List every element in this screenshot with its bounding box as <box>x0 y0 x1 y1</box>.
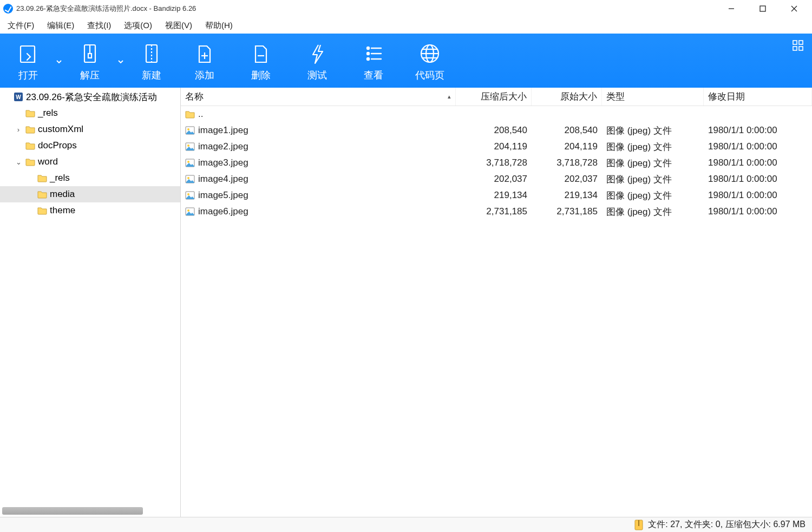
image-file-icon <box>185 158 195 168</box>
tree-root-label: 23.09.26-紧急安全疏散演练活动 <box>26 91 157 103</box>
menu-find[interactable]: 查找(I) <box>82 18 116 33</box>
view-button[interactable]: 查看 <box>345 42 402 82</box>
svg-point-15 <box>367 52 369 55</box>
expander-icon[interactable]: › <box>14 126 23 134</box>
file-original-size: 2,731,185 <box>532 206 602 217</box>
view-label: 查看 <box>364 69 383 82</box>
file-date: 1980/1/1 0:00:00 <box>704 206 812 217</box>
delete-button[interactable]: 删除 <box>233 42 289 82</box>
maximize-button[interactable] <box>747 0 778 17</box>
open-icon <box>16 42 40 65</box>
test-icon <box>305 42 329 65</box>
file-packed-size: 204,119 <box>456 141 532 152</box>
folder-tree[interactable]: · W 23.09.26-紧急安全疏散演练活动 ·_rels›customXml… <box>0 88 181 517</box>
titlebar[interactable]: 23.09.26-紧急安全疏散演练活动照片.docx - Bandizip 6.… <box>0 0 812 17</box>
file-original-size: 219,134 <box>532 190 602 201</box>
open-dropdown[interactable] <box>53 58 65 65</box>
tree-item-_rels[interactable]: ·_rels <box>0 170 180 186</box>
app-icon <box>3 4 13 14</box>
image-file-icon <box>185 191 195 200</box>
docx-icon: W <box>13 91 24 102</box>
add-label: 添加 <box>195 69 214 82</box>
tree-item-media[interactable]: ·media <box>0 186 180 202</box>
tree-item-docProps[interactable]: ·docProps <box>0 137 180 154</box>
svg-point-31 <box>187 128 189 130</box>
extract-dropdown[interactable] <box>115 58 127 65</box>
image-file-icon <box>185 207 195 216</box>
file-row[interactable]: image6.jpeg2,731,1852,731,185图像 (jpeg) 文… <box>181 203 812 220</box>
col-date[interactable]: 修改日期 <box>704 88 812 106</box>
svg-point-17 <box>367 58 369 60</box>
delete-icon <box>249 42 273 65</box>
extract-button[interactable]: 解压 <box>65 42 115 82</box>
col-name-label: 名称 <box>185 90 204 103</box>
file-type: 图像 (jpeg) 文件 <box>602 206 704 218</box>
file-packed-size: 3,718,728 <box>456 157 532 168</box>
file-packed-size: 219,134 <box>456 190 532 201</box>
add-button[interactable]: 添加 <box>176 42 233 82</box>
file-packed-size: 202,037 <box>456 174 532 185</box>
close-button[interactable] <box>778 0 810 17</box>
expander-placeholder: · <box>14 142 23 150</box>
col-orig-label: 原始大小 <box>560 90 597 103</box>
layout-button[interactable] <box>787 36 809 88</box>
test-button[interactable]: 测试 <box>289 42 345 82</box>
minimize-button[interactable] <box>716 0 747 17</box>
open-button[interactable]: 打开 <box>3 42 53 82</box>
file-date: 1980/1/1 0:00:00 <box>704 141 812 152</box>
tree-item-word[interactable]: ⌄word <box>0 154 180 170</box>
codepage-button[interactable]: 代码页 <box>402 42 458 82</box>
expander-placeholder: · <box>26 191 35 199</box>
tree-item-_rels[interactable]: ·_rels <box>0 105 180 121</box>
new-label: 新建 <box>142 69 161 82</box>
file-date: 1980/1/1 0:00:00 <box>704 190 812 201</box>
svg-rect-25 <box>799 41 803 44</box>
col-type[interactable]: 类型 <box>602 88 704 106</box>
sidebar-scrollbar[interactable] <box>2 507 143 515</box>
file-original-size: 208,540 <box>532 125 602 136</box>
menu-options[interactable]: 选项(O) <box>119 18 158 33</box>
col-name[interactable]: 名称▴ <box>181 88 456 106</box>
toolbar: 打开 解压 新建 添加 删除 测试 查看 代码页 <box>0 34 812 88</box>
tree-item-label: theme <box>50 205 75 216</box>
menu-help[interactable]: 帮助(H) <box>200 18 238 33</box>
folder-icon <box>37 173 48 183</box>
folder-icon <box>185 109 195 119</box>
svg-rect-27 <box>799 47 803 50</box>
file-row[interactable]: image1.jpeg208,540208,540图像 (jpeg) 文件198… <box>181 122 812 139</box>
status-text: 文件: 27, 文件夹: 0, 压缩包大小: 6.97 MB <box>648 519 806 530</box>
file-row[interactable]: image4.jpeg202,037202,037图像 (jpeg) 文件198… <box>181 171 812 187</box>
col-packed[interactable]: 压缩后大小 <box>456 88 532 106</box>
col-orig[interactable]: 原始大小 <box>532 88 602 106</box>
svg-point-39 <box>187 193 189 195</box>
file-type: 图像 (jpeg) 文件 <box>602 173 704 186</box>
statusbar: 文件: 27, 文件夹: 0, 压缩包大小: 6.97 MB <box>0 517 812 532</box>
file-row[interactable]: image3.jpeg3,718,7283,718,728图像 (jpeg) 文… <box>181 155 812 171</box>
menu-view[interactable]: 视图(V) <box>160 18 198 33</box>
image-file-icon <box>185 142 195 152</box>
open-label: 打开 <box>18 69 38 82</box>
file-packed-size: 2,731,185 <box>456 206 532 217</box>
svg-line-3 <box>791 6 797 11</box>
expander-icon[interactable]: ⌄ <box>14 158 23 166</box>
tree-item-theme[interactable]: ·theme <box>0 202 180 219</box>
file-row[interactable]: image5.jpeg219,134219,134图像 (jpeg) 文件198… <box>181 187 812 203</box>
new-button[interactable]: 新建 <box>127 42 176 82</box>
new-icon <box>140 42 163 65</box>
view-icon <box>362 42 385 65</box>
menu-edit[interactable]: 编辑(E) <box>42 18 80 33</box>
tree-item-customXml[interactable]: ›customXml <box>0 121 180 137</box>
tree-root[interactable]: · W 23.09.26-紧急安全疏散演练活动 <box>0 89 180 105</box>
file-type: 图像 (jpeg) 文件 <box>602 141 704 153</box>
tree-item-label: docProps <box>38 140 77 151</box>
file-row[interactable]: image2.jpeg204,119204,119图像 (jpeg) 文件198… <box>181 139 812 155</box>
window-title: 23.09.26-紧急安全疏散演练活动照片.docx - Bandizip 6.… <box>16 4 196 14</box>
file-date: 1980/1/1 0:00:00 <box>704 125 812 136</box>
file-name: image1.jpeg <box>198 125 248 136</box>
menu-file[interactable]: 文件(F) <box>2 18 40 33</box>
file-type: 图像 (jpeg) 文件 <box>602 157 704 169</box>
folder-icon <box>25 156 36 167</box>
parent-folder-row[interactable]: .. <box>181 106 812 122</box>
delete-label: 删除 <box>251 69 271 82</box>
file-original-size: 204,119 <box>532 141 602 152</box>
